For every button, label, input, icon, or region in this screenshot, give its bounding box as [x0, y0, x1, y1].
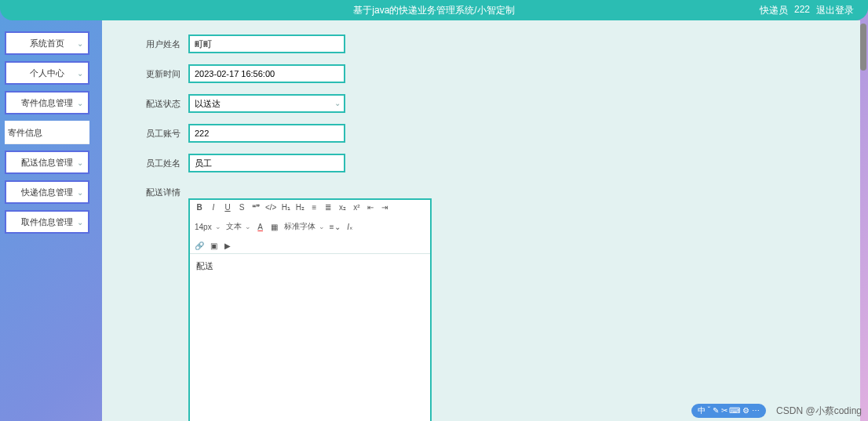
logout-link[interactable]: 退出登录	[816, 4, 854, 17]
sidebar-item-label: 配送信息管理	[21, 157, 73, 169]
image-icon[interactable]: ▣	[209, 241, 218, 250]
chevron-down-icon: ⌄	[77, 158, 83, 167]
text-color-icon[interactable]: A	[256, 223, 265, 231]
quote-icon[interactable]: ❝❞	[251, 203, 261, 212]
bg-color-icon[interactable]: ▦	[270, 223, 279, 231]
subscript-icon[interactable]: x₂	[337, 203, 347, 212]
sidebar-item-delivery-mgmt[interactable]: 配送信息管理⌄	[5, 151, 89, 174]
strike-icon[interactable]: S	[237, 203, 246, 212]
chevron-down-icon: ⌄	[77, 39, 83, 48]
app-title: 基于java的快递业务管理系统/小智定制	[353, 4, 514, 17]
font-family-select[interactable]: 文本	[226, 221, 251, 232]
ime-toolbar[interactable]: 中 ˇ ✎ ✂ ⌨ ⚙ ⋯	[691, 404, 766, 418]
topbar: 基于java的快递业务管理系统/小智定制 快递员 222 退出登录	[0, 0, 868, 20]
select-delivery-status-value[interactable]	[188, 94, 345, 113]
sidebar-item-label: 个人中心	[30, 67, 64, 79]
label-user-name: 用户姓名	[133, 38, 181, 50]
form: 用户姓名 更新时间 配送状态 ⌄ 员工账号 员工姓名 配送详情	[102, 20, 860, 421]
row-detail: 配送详情	[133, 183, 829, 198]
row-delivery-status: 配送状态 ⌄	[133, 94, 829, 113]
sidebar-item-home[interactable]: 系统首页⌄	[5, 31, 89, 55]
label-update-time: 更新时间	[133, 68, 181, 80]
label-staff-name: 员工姓名	[133, 158, 181, 169]
chevron-down-icon: ⌄	[77, 218, 83, 227]
h1-icon[interactable]: H₁	[281, 203, 290, 212]
chevron-down-icon: ⌄	[77, 69, 83, 78]
select-delivery-status[interactable]: ⌄	[188, 94, 345, 113]
row-staff-no: 员工账号	[133, 124, 829, 143]
superscript-icon[interactable]: x²	[352, 203, 361, 212]
video-icon[interactable]: ▶	[223, 241, 232, 250]
sidebar-item-express-mgmt[interactable]: 快递信息管理⌄	[5, 180, 89, 204]
sidebar-item-pickup-mgmt[interactable]: 取件信息管理⌄	[5, 210, 89, 234]
h2-icon[interactable]: H₂	[295, 203, 305, 212]
main-panel: 用户姓名 更新时间 配送状态 ⌄ 员工账号 员工姓名 配送详情	[102, 20, 860, 421]
watermark: CSDN @小蔡coding	[776, 405, 862, 418]
label-detail: 配送详情	[133, 187, 181, 198]
sidebar-item-label: 取件信息管理	[21, 216, 73, 228]
sidebar-item-label: 寄件信息	[8, 127, 42, 139]
chevron-down-icon: ⌄	[334, 99, 341, 107]
sidebar-item-shipment-info[interactable]: 寄件信息	[5, 121, 89, 144]
ul-icon[interactable]: ≣	[323, 203, 333, 212]
user-role: 快递员	[760, 4, 788, 17]
row-user-name: 用户姓名	[133, 34, 829, 53]
link-icon[interactable]: 🔗	[195, 241, 204, 250]
indent-icon[interactable]: ⇤	[366, 203, 375, 212]
label-staff-no: 员工账号	[133, 128, 181, 140]
sidebar: 系统首页⌄ 个人中心⌄ 寄件信息管理⌄ 寄件信息 配送信息管理⌄ 快递信息管理⌄…	[5, 31, 89, 240]
bold-icon[interactable]: B	[195, 203, 204, 212]
editor-content[interactable]: 配送	[190, 254, 430, 421]
label-delivery-status: 配送状态	[133, 98, 181, 110]
font-size-select[interactable]: 14px	[195, 223, 221, 231]
italic-icon[interactable]: I	[209, 203, 218, 212]
chevron-down-icon: ⌄	[77, 188, 83, 197]
align-icon[interactable]: ≡⌄	[330, 223, 341, 231]
row-staff-name: 员工姓名	[133, 154, 829, 172]
code-icon[interactable]: </>	[265, 203, 276, 212]
topbar-user-block: 快递员 222 退出登录	[760, 4, 854, 17]
outdent-icon[interactable]: ⇥	[380, 203, 389, 212]
rich-editor: B I U S ❝❞ </> H₁ H₂ ≡ ≣ x₂ x² ⇤ ⇥ 14px …	[188, 198, 432, 421]
input-user-name[interactable]	[188, 34, 345, 53]
sidebar-item-profile[interactable]: 个人中心⌄	[5, 61, 89, 85]
underline-icon[interactable]: U	[223, 203, 232, 212]
sidebar-item-label: 快递信息管理	[21, 187, 73, 198]
editor-toolbar: B I U S ❝❞ </> H₁ H₂ ≡ ≣ x₂ x² ⇤ ⇥ 14px …	[190, 200, 430, 254]
font-face-select[interactable]: 标准字体	[284, 221, 325, 232]
user-id: 222	[794, 4, 810, 17]
chevron-down-icon: ⌄	[77, 99, 83, 107]
input-staff-no[interactable]	[188, 124, 345, 143]
ol-icon[interactable]: ≡	[309, 203, 319, 212]
input-staff-name[interactable]	[188, 154, 345, 172]
scrollbar-thumb[interactable]	[860, 24, 866, 71]
sidebar-item-shipment-mgmt[interactable]: 寄件信息管理⌄	[5, 91, 89, 114]
input-update-time[interactable]	[188, 64, 345, 83]
sidebar-item-label: 系统首页	[30, 38, 64, 49]
row-update-time: 更新时间	[133, 64, 829, 83]
page-scrollbar[interactable]	[857, 0, 868, 421]
clear-format-icon[interactable]: Iₓ	[345, 223, 355, 231]
sidebar-item-label: 寄件信息管理	[21, 97, 73, 109]
